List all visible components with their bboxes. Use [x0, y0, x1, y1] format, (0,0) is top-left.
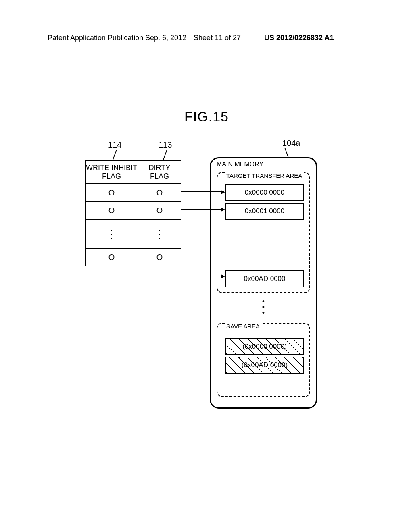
leader-113 [165, 150, 171, 160]
memory-cell-hatched: (0x0000 0000) [225, 338, 304, 355]
table-row: O O [85, 202, 181, 219]
figure-title: FIG.15 [0, 109, 413, 125]
leader-104a [286, 148, 293, 158]
ref-114: 114 [108, 140, 121, 150]
col-write-inhibit: WRITE INHIBIT FLAG [86, 164, 138, 181]
memory-cell: 0x00AD 0000 [225, 270, 304, 287]
cell-df: O [138, 248, 181, 266]
table-ellipsis-row: ··· ··· [85, 219, 181, 248]
flag-table: WRITE INHIBIT FLAG DIRTY FLAG O O O O ··… [85, 160, 181, 266]
cell-wif: O [85, 184, 138, 202]
ellipsis-icon: ••• [262, 298, 265, 316]
cell-df: O [138, 202, 181, 219]
table-row: O O [85, 184, 181, 202]
ellipsis-icon: ··· [85, 219, 138, 248]
header-date: Sep. 6, 2012 [145, 34, 186, 42]
cell-df: O [138, 184, 181, 202]
header-pubno: US 2012/0226832 A1 [264, 34, 334, 42]
save-area-title: SAVE AREA [225, 323, 261, 330]
header-rule [46, 44, 329, 44]
table-row: O O [85, 248, 181, 266]
ref-113: 113 [159, 140, 172, 150]
header-sheet: Sheet 11 of 27 [194, 34, 241, 42]
target-transfer-area: TARGET TRANSFER AREA 0x0000 0000 0x0001 … [217, 172, 310, 293]
cell-wif: O [85, 202, 138, 219]
header-left: Patent Application Publication [48, 34, 143, 42]
main-memory-label: MAIN MEMORY [217, 161, 263, 168]
target-area-title: TARGET TRANSFER AREA [225, 172, 304, 179]
cell-wif: O [85, 248, 138, 266]
memory-cell: 0x0000 0000 [225, 184, 304, 201]
memory-cell-hatched: (0x00AD 0000) [225, 357, 304, 374]
leader-114 [114, 150, 121, 160]
ellipsis-icon: ··· [138, 219, 181, 248]
ref-104a: 104a [282, 139, 300, 148]
save-area: SAVE AREA (0x0000 0000) (0x00AD 0000) [217, 323, 310, 397]
main-memory-box: MAIN MEMORY TARGET TRANSFER AREA 0x0000 … [210, 157, 317, 409]
col-dirty-flag: DIRTY FLAG [138, 164, 181, 181]
memory-cell: 0x0001 0000 [225, 203, 304, 220]
